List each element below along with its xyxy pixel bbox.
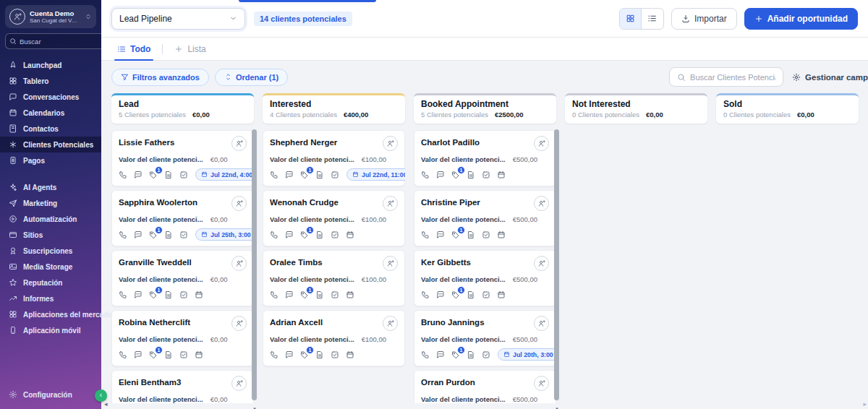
message-icon[interactable] — [436, 231, 445, 239]
tasks-icon[interactable] — [331, 231, 339, 239]
call-icon[interactable] — [270, 231, 278, 239]
tag-icon[interactable]: 1 — [149, 290, 158, 299]
assign-follower-button[interactable] — [231, 316, 247, 331]
tasks-icon[interactable] — [179, 171, 188, 179]
calendar-icon[interactable] — [346, 231, 354, 239]
tasks-icon[interactable] — [331, 171, 339, 179]
appointment-chip[interactable]: Jul 25th, 3:00 pm — [195, 228, 254, 241]
pipeline-select[interactable]: Lead Pipeline — [111, 8, 245, 30]
assign-follower-button[interactable] — [231, 256, 247, 271]
calendar-icon[interactable] — [195, 350, 203, 359]
call-icon[interactable] — [270, 290, 278, 299]
sort-button[interactable]: Ordenar (1) — [215, 69, 288, 86]
call-icon[interactable] — [119, 350, 127, 359]
notes-icon[interactable] — [315, 231, 324, 239]
tasks-icon[interactable] — [179, 350, 188, 359]
tag-icon[interactable]: 1 — [300, 290, 309, 299]
column-scrollbar[interactable]: ▾ — [554, 129, 560, 409]
opportunity-card[interactable]: Bruno Jannings Valor del cliente potenci… — [414, 310, 556, 366]
notes-icon[interactable] — [467, 350, 475, 359]
appointment-chip[interactable]: Jul 22nd, 4:00 pm — [195, 168, 254, 181]
tab-todo[interactable]: Todo — [114, 38, 153, 60]
sidebar-item-sitios[interactable]: Sitios — [0, 227, 101, 243]
tasks-icon[interactable] — [482, 290, 490, 299]
notes-icon[interactable] — [467, 231, 475, 239]
assign-follower-button[interactable] — [534, 316, 549, 331]
calendar-icon[interactable] — [346, 290, 354, 299]
calendar-icon[interactable] — [195, 290, 203, 299]
message-icon[interactable] — [285, 171, 294, 179]
opportunity-card[interactable]: Oralee Timbs Valor del cliente potenci..… — [263, 250, 405, 306]
opportunity-card[interactable]: Robina Netherclift Valor del cliente pot… — [111, 310, 254, 366]
opportunity-card[interactable]: Ker Gibbetts Valor del cliente potenci..… — [414, 250, 556, 306]
opportunity-card[interactable]: Wenonah Crudge Valor del cliente potenci… — [263, 190, 405, 246]
message-icon[interactable] — [285, 231, 294, 239]
tag-icon[interactable]: 1 — [451, 290, 460, 299]
opportunity-card[interactable]: Lissie Fathers Valor del cliente potenci… — [111, 130, 254, 186]
tasks-icon[interactable] — [331, 290, 339, 299]
tab-add-lista[interactable]: Lista — [171, 38, 208, 60]
notes-icon[interactable] — [315, 290, 324, 299]
tasks-icon[interactable] — [482, 171, 490, 179]
sidebar-item-pagos[interactable]: Pagos — [0, 152, 101, 168]
calendar-icon[interactable] — [497, 231, 506, 239]
sidebar-item-marketing[interactable]: Marketing — [0, 195, 101, 211]
grid-view-button[interactable] — [620, 9, 642, 29]
tasks-icon[interactable] — [331, 350, 339, 359]
tag-icon[interactable]: 1 — [300, 231, 309, 239]
call-icon[interactable] — [270, 350, 278, 359]
tag-icon[interactable]: 1 — [149, 231, 158, 239]
opportunity-card[interactable]: Charlot Padillo Valor del cliente potenc… — [414, 130, 556, 186]
opportunity-card[interactable]: Shepherd Nerger Valor del cliente potenc… — [263, 130, 405, 186]
sidebar-item-reputaci-n[interactable]: Reputación — [0, 275, 101, 290]
notes-icon[interactable] — [164, 350, 173, 359]
opportunity-card[interactable]: Granville Tweddell Valor del cliente pot… — [111, 250, 254, 306]
scroll-left-arrow[interactable]: ◂ — [104, 400, 108, 408]
tasks-icon[interactable] — [179, 290, 188, 299]
assign-follower-button[interactable] — [231, 376, 247, 391]
message-icon[interactable] — [285, 290, 294, 299]
message-icon[interactable] — [436, 171, 445, 179]
assign-follower-button[interactable] — [534, 196, 549, 211]
opportunity-card[interactable]: Sapphira Woolerton Valor del cliente pot… — [111, 190, 254, 246]
message-icon[interactable] — [134, 231, 142, 239]
message-icon[interactable] — [436, 290, 445, 299]
advanced-filters-button[interactable]: Filtros avanzados — [111, 69, 209, 86]
notes-icon[interactable] — [164, 171, 173, 179]
appointment-chip[interactable]: Jul 20th, 3:00 pm — [498, 348, 556, 361]
notes-icon[interactable] — [315, 350, 324, 359]
notes-icon[interactable] — [467, 171, 475, 179]
tasks-icon[interactable] — [482, 231, 490, 239]
account-switcher[interactable]: Cuenta Demo San Cugat del Vallés,... — [5, 5, 96, 28]
call-icon[interactable] — [421, 231, 430, 239]
opportunities-search[interactable] — [669, 67, 783, 87]
assign-follower-button[interactable] — [383, 256, 398, 271]
calendar-icon[interactable] — [497, 171, 506, 179]
call-icon[interactable] — [119, 290, 127, 299]
sidebar-item-configuracion[interactable]: Configuración — [9, 390, 93, 399]
opportunities-search-input[interactable] — [690, 73, 775, 82]
assign-follower-button[interactable] — [534, 256, 549, 271]
message-icon[interactable] — [436, 350, 445, 359]
add-opportunity-button[interactable]: Añadir oportunidad — [744, 8, 858, 30]
assign-follower-button[interactable] — [383, 316, 398, 331]
opportunity-card[interactable]: Eleni Bentham3 Valor del cliente potenci… — [111, 370, 254, 403]
call-icon[interactable] — [119, 171, 127, 179]
assign-follower-button[interactable] — [231, 196, 247, 211]
horizontal-scrollbar[interactable]: ◂ ▸ — [104, 400, 867, 408]
assign-follower-button[interactable] — [534, 136, 549, 151]
notes-icon[interactable] — [164, 290, 173, 299]
sidebar-item-informes[interactable]: Informes — [0, 290, 101, 306]
message-icon[interactable] — [134, 350, 142, 359]
call-icon[interactable] — [119, 231, 127, 239]
tag-icon[interactable]: 1 — [451, 350, 460, 359]
scroll-right-arrow[interactable]: ▸ — [863, 400, 867, 408]
message-icon[interactable] — [134, 171, 142, 179]
call-icon[interactable] — [270, 171, 278, 179]
import-button[interactable]: Importar — [671, 8, 737, 30]
assign-follower-button[interactable] — [231, 136, 247, 151]
sidebar-collapse-button[interactable]: ‹ — [95, 389, 107, 402]
list-view-button[interactable] — [642, 9, 663, 29]
notes-icon[interactable] — [164, 231, 173, 239]
column-scrollbar[interactable]: ▾ — [252, 129, 258, 409]
